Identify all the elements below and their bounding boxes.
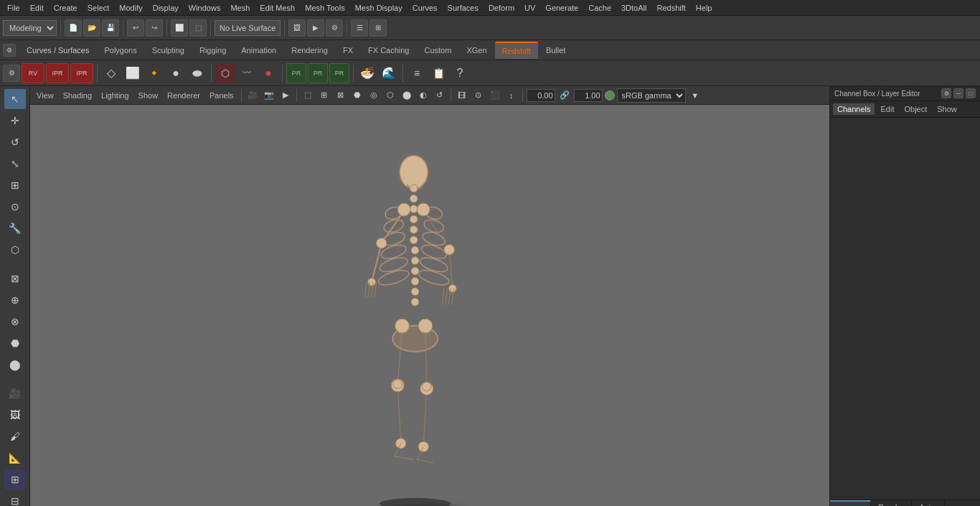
- vp-icon-4[interactable]: ⬣: [350, 88, 364, 103]
- tab-sculpting[interactable]: Sculpting: [145, 42, 192, 59]
- shelf-icon-3[interactable]: 🔸: [144, 63, 164, 83]
- cb-maximize-btn[interactable]: □: [966, 88, 976, 98]
- vp-shading-menu[interactable]: Shading: [60, 90, 95, 100]
- scene-3d[interactable]: persp x z y: [30, 105, 829, 506]
- tab-animation[interactable]: Animation: [234, 42, 283, 59]
- shelf-icon-6[interactable]: ⬡: [215, 63, 235, 83]
- vp-icon-2[interactable]: ⊞: [317, 88, 331, 103]
- menu-surfaces[interactable]: Surfaces: [443, 2, 483, 14]
- render-view-btn[interactable]: 🖼: [288, 19, 306, 37]
- shelf-icon-7[interactable]: 〰: [237, 63, 257, 83]
- paint-skin[interactable]: 🖌: [4, 426, 26, 446]
- tab-redshift[interactable]: Redshift: [495, 42, 538, 59]
- vp-panels-menu[interactable]: Panels: [206, 90, 237, 100]
- shelf-icon-11[interactable]: ≡: [407, 63, 427, 83]
- layer-tab-display[interactable]: Display: [830, 500, 871, 506]
- tab-xgen[interactable]: XGen: [459, 42, 494, 59]
- menu-mesh[interactable]: Mesh: [226, 2, 254, 14]
- shelf-settings-btn[interactable]: ⚙: [3, 44, 16, 57]
- tab-rigging[interactable]: Rigging: [192, 42, 233, 59]
- cb-minimize-btn[interactable]: ─: [953, 88, 963, 98]
- tab-fx-caching[interactable]: FX Caching: [361, 42, 416, 59]
- menu-curves[interactable]: Curves: [408, 2, 442, 14]
- camera-manip[interactable]: 🎥: [4, 383, 26, 403]
- cb-tab-channels[interactable]: Channels: [833, 103, 875, 115]
- select-tool[interactable]: ↖: [4, 89, 26, 109]
- tab-bullet[interactable]: Bullet: [539, 42, 573, 59]
- vp-view-menu[interactable]: View: [33, 90, 57, 100]
- tab-polygons[interactable]: Polygons: [97, 42, 143, 59]
- vp-camera-value[interactable]: [527, 89, 555, 102]
- rs-pr-btn2[interactable]: PR: [308, 63, 328, 83]
- rs-pr-btn3[interactable]: PR: [329, 63, 349, 83]
- rs-ipr-btn[interactable]: IPR: [46, 63, 69, 83]
- vp-icon-10[interactable]: 🎞: [455, 88, 469, 103]
- shelf-icon-12[interactable]: 📋: [428, 63, 448, 83]
- render-btn[interactable]: 🖼: [4, 405, 26, 425]
- menu-modify[interactable]: Modify: [115, 2, 146, 14]
- shelf-icon-4[interactable]: ●: [166, 63, 186, 83]
- cb-tab-edit[interactable]: Edit: [876, 103, 898, 115]
- menu-create[interactable]: Create: [50, 2, 82, 14]
- new-file-btn[interactable]: 📄: [65, 19, 82, 37]
- vp-icon-5[interactable]: ◎: [367, 88, 381, 103]
- rs-rv-btn[interactable]: RV: [22, 63, 44, 83]
- menu-select[interactable]: Select: [83, 2, 114, 14]
- undo-btn[interactable]: ↩: [127, 19, 144, 37]
- shelf-icon-5[interactable]: ⬬: [187, 63, 207, 83]
- vp-lighting-menu[interactable]: Lighting: [98, 90, 133, 100]
- viewport-canvas[interactable]: [30, 105, 829, 506]
- quick-layout-2[interactable]: ⊟: [4, 491, 26, 506]
- rs-ipr2-btn[interactable]: IPR: [70, 63, 93, 83]
- vp-icon-13[interactable]: ↕: [504, 88, 519, 103]
- shelf-icon-9[interactable]: 🍜: [357, 63, 377, 83]
- workspace-select[interactable]: Modeling: [3, 20, 57, 36]
- vp-icon-9[interactable]: ↺: [433, 88, 447, 103]
- move-tool[interactable]: ✛: [4, 111, 26, 131]
- menu-redshift[interactable]: Redshift: [652, 2, 689, 14]
- vp-icon-6[interactable]: ⬡: [383, 88, 397, 103]
- ipr-render-btn[interactable]: ▶: [307, 19, 324, 37]
- menu-file[interactable]: File: [3, 2, 24, 14]
- redo-btn[interactable]: ↪: [146, 19, 163, 37]
- menu-help[interactable]: Help: [692, 2, 717, 14]
- snap-grid[interactable]: ⊠: [4, 268, 26, 289]
- cb-tab-object[interactable]: Object: [900, 103, 931, 115]
- select-tool-btn[interactable]: ⬜: [171, 19, 188, 37]
- vp-color-space-select[interactable]: sRGB gamma: [617, 88, 686, 103]
- vp-playblast[interactable]: ▶: [278, 88, 293, 103]
- tab-rendering[interactable]: Rendering: [284, 42, 335, 59]
- snap-live-surface[interactable]: ⬤: [4, 355, 26, 375]
- snap-curve[interactable]: ⊕: [4, 290, 26, 310]
- menu-edit[interactable]: Edit: [26, 2, 48, 14]
- menu-windows[interactable]: Windows: [184, 2, 225, 14]
- rs-pr-btn1[interactable]: PR: [286, 63, 306, 83]
- layer-tab-anim[interactable]: Anim: [912, 500, 945, 506]
- vp-color-icon[interactable]: [605, 90, 615, 100]
- vp-camera-attrs[interactable]: 🎥: [245, 88, 260, 103]
- open-file-btn[interactable]: 📂: [83, 19, 100, 37]
- tab-custom[interactable]: Custom: [418, 42, 459, 59]
- menu-cache[interactable]: Cache: [584, 2, 616, 14]
- vp-select-cam[interactable]: 📷: [262, 88, 276, 103]
- no-live-surface-btn[interactable]: No Live Surface: [215, 20, 281, 36]
- menu-uv[interactable]: UV: [520, 2, 540, 14]
- xform-constraints[interactable]: 📐: [4, 448, 26, 468]
- render-settings-btn[interactable]: ⚙: [326, 19, 343, 37]
- shelf-settings-icon[interactable]: ⚙: [3, 65, 20, 82]
- vp-show-menu[interactable]: Show: [135, 90, 162, 100]
- universal-manip[interactable]: ⊞: [4, 175, 26, 195]
- scale-tool[interactable]: ⤡: [4, 154, 26, 174]
- tab-fx[interactable]: FX: [336, 42, 360, 59]
- menu-generate[interactable]: Generate: [541, 2, 583, 14]
- shelf-icon-2[interactable]: ⬜: [123, 63, 143, 83]
- vp-color-settings[interactable]: ▼: [688, 88, 702, 103]
- menu-mesh-tools[interactable]: Mesh Tools: [301, 2, 349, 14]
- lasso-select-btn[interactable]: ⬚: [189, 19, 207, 37]
- vp-icon-1[interactable]: ⬚: [301, 88, 315, 103]
- save-file-btn[interactable]: 💾: [102, 19, 119, 37]
- vp-icon-7[interactable]: ⬤: [400, 88, 414, 103]
- soft-select[interactable]: ⊙: [4, 197, 26, 217]
- show-manip[interactable]: 🔧: [4, 218, 26, 238]
- vp-icon-3[interactable]: ⊠: [334, 88, 348, 103]
